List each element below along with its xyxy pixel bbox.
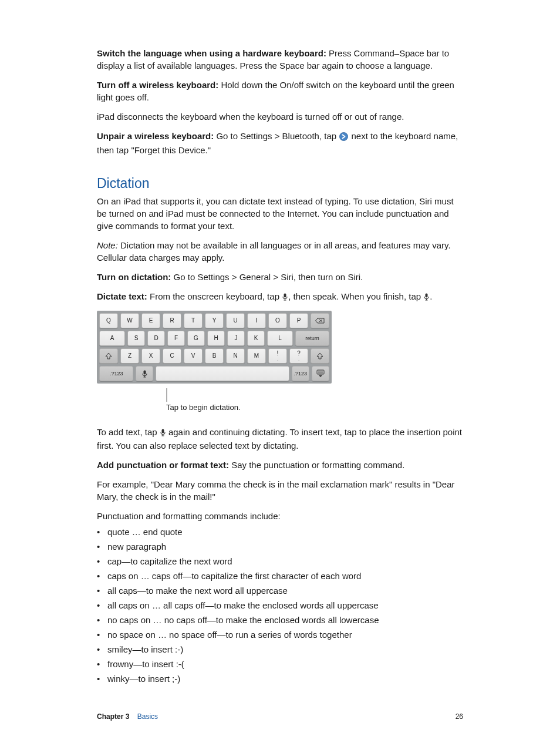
key-r: R xyxy=(163,313,181,328)
para-dictation-intro: On an iPad that supports it, you can dic… xyxy=(97,195,463,232)
para-turn-off: Turn off a wireless keyboard: Hold down … xyxy=(97,79,463,103)
microphone-icon xyxy=(282,291,288,304)
key-e: E xyxy=(141,313,160,328)
key-question-sub: . xyxy=(298,357,299,362)
backspace-icon xyxy=(315,318,325,324)
shift-up-icon xyxy=(105,352,112,359)
body-unpair-1: Go to Settings > Bluetooth, tap xyxy=(214,131,339,141)
footer-chapter-name: Basics xyxy=(137,712,158,721)
command-item: winky—to insert ;-) xyxy=(97,673,463,685)
key-p: P xyxy=(289,313,308,328)
commands-list: quote … end quote new paragraph cap—to c… xyxy=(97,526,463,685)
command-item: caps on … caps off—to capitalize the fir… xyxy=(97,570,463,582)
key-question-period: ? . xyxy=(289,348,308,364)
label-turn-off: Turn off a wireless keyboard: xyxy=(97,80,218,90)
para-switch-language: Switch the language when using a hardwar… xyxy=(97,47,463,72)
command-item: all caps—to make the next word all upper… xyxy=(97,584,463,597)
para-add-punct: Add punctuation or format text: Say the … xyxy=(97,459,463,471)
label-turn-on-dictation: Turn on dictation: xyxy=(97,272,171,282)
body-dictate-3: . xyxy=(430,291,432,301)
key-x: X xyxy=(141,348,160,364)
footer-page-number: 26 xyxy=(456,712,463,722)
key-q: Q xyxy=(99,313,118,328)
body-turn-on-dictation: Go to Settings > General > Siri, then tu… xyxy=(171,272,363,282)
microphone-icon xyxy=(424,291,429,304)
body-note: Dictation may not be available in all la… xyxy=(97,240,451,263)
body-add-punct: Say the punctuation or formatting comman… xyxy=(229,460,404,470)
keyboard-row-2: A S D F G H J K L return xyxy=(99,331,329,346)
label-add-punct: Add punctuation or format text: xyxy=(97,460,229,470)
key-exclaim-sub: , xyxy=(277,357,278,362)
body-dictate-2: , then speak. When you finish, tap xyxy=(288,291,423,301)
svg-rect-4 xyxy=(426,294,428,298)
key-exclaim-comma: ! , xyxy=(268,348,287,364)
keyboard-row-4: .?123 .?123 xyxy=(99,366,329,381)
para-dictate-text: Dictate text: From the onscreen keyboard… xyxy=(97,290,463,304)
para-unpair: Unpair a wireless keyboard: Go to Settin… xyxy=(97,130,463,156)
key-i: I xyxy=(247,313,266,328)
command-item: all caps on … all caps off—to make the e… xyxy=(97,599,463,611)
key-l: L xyxy=(267,331,293,346)
para-disconnect: iPad disconnects the keyboard when the k… xyxy=(97,110,463,123)
key-w: W xyxy=(120,313,139,328)
key-backspace xyxy=(311,313,329,328)
key-h: H xyxy=(207,331,225,346)
para-note: Note: Dictation may not be available in … xyxy=(97,239,463,264)
key-o: O xyxy=(268,313,287,328)
key-numbers-left: .?123 xyxy=(99,366,133,381)
command-item: new paragraph xyxy=(97,540,463,553)
footer-chapter: Chapter 3 xyxy=(97,712,129,721)
key-t: T xyxy=(184,313,203,328)
keyboard-row-1: Q W E R T Y U I O P xyxy=(99,313,329,328)
keyboard-row-3: Z X C V B N M ! , ? . xyxy=(99,348,329,364)
para-turn-on-dictation: Turn on dictation: Go to Settings > Gene… xyxy=(97,271,463,283)
callout-label: Tap to begin dictation. xyxy=(166,403,240,412)
label-note: Note: xyxy=(97,240,118,250)
key-question-top: ? xyxy=(297,349,301,358)
key-y: Y xyxy=(205,313,224,328)
body-dictate-1: From the onscreen keyboard, tap xyxy=(147,291,282,301)
hide-keyboard-icon xyxy=(316,369,325,378)
svg-rect-1 xyxy=(284,294,286,298)
key-v: V xyxy=(184,348,203,364)
key-g: G xyxy=(187,331,205,346)
key-d: D xyxy=(147,331,165,346)
para-example: For example, "Dear Mary comma the check … xyxy=(97,478,463,503)
key-shift-right xyxy=(311,348,329,364)
key-shift-left xyxy=(99,348,118,364)
key-k: K xyxy=(247,331,265,346)
command-item: no caps on … no caps off—to make the enc… xyxy=(97,614,463,626)
body-add-text-1: To add text, tap xyxy=(97,427,160,437)
key-c: C xyxy=(163,348,181,364)
command-item: frowny—to insert :-( xyxy=(97,658,463,670)
key-f: F xyxy=(167,331,185,346)
command-item: cap—to capitalize the next word xyxy=(97,555,463,567)
svg-rect-15 xyxy=(161,429,164,433)
label-unpair: Unpair a wireless keyboard: xyxy=(97,131,214,141)
key-b: B xyxy=(205,348,224,364)
info-chevron-icon xyxy=(339,132,348,144)
label-switch-language: Switch the language when using a hardwar… xyxy=(97,48,326,58)
key-s: S xyxy=(127,331,145,346)
key-z: Z xyxy=(120,348,139,364)
command-item: smiley—to insert :-) xyxy=(97,643,463,655)
microphone-icon xyxy=(160,427,166,439)
keyboard-illustration: Q W E R T Y U I O P A S D F G H J K L re… xyxy=(97,311,463,384)
key-spacebar xyxy=(156,366,289,381)
key-j: J xyxy=(227,331,245,346)
label-dictate-text: Dictate text: xyxy=(97,291,147,301)
command-item: no space on … no space off—to run a seri… xyxy=(97,628,463,641)
key-m: M xyxy=(247,348,266,364)
key-dictation xyxy=(136,366,153,381)
key-exclaim-top: ! xyxy=(277,349,279,358)
heading-dictation: Dictation xyxy=(97,174,463,193)
para-commands-intro: Punctuation and formatting commands incl… xyxy=(97,510,463,522)
shift-up-icon xyxy=(316,352,323,359)
para-add-text: To add text, tap again and continuing di… xyxy=(97,426,463,452)
key-hide-keyboard xyxy=(312,366,329,381)
key-numbers-right: .?123 xyxy=(292,366,309,381)
svg-rect-7 xyxy=(143,370,146,374)
key-a: A xyxy=(99,331,125,346)
key-u: U xyxy=(226,313,245,328)
page-footer: Chapter 3 Basics 26 xyxy=(97,712,463,722)
